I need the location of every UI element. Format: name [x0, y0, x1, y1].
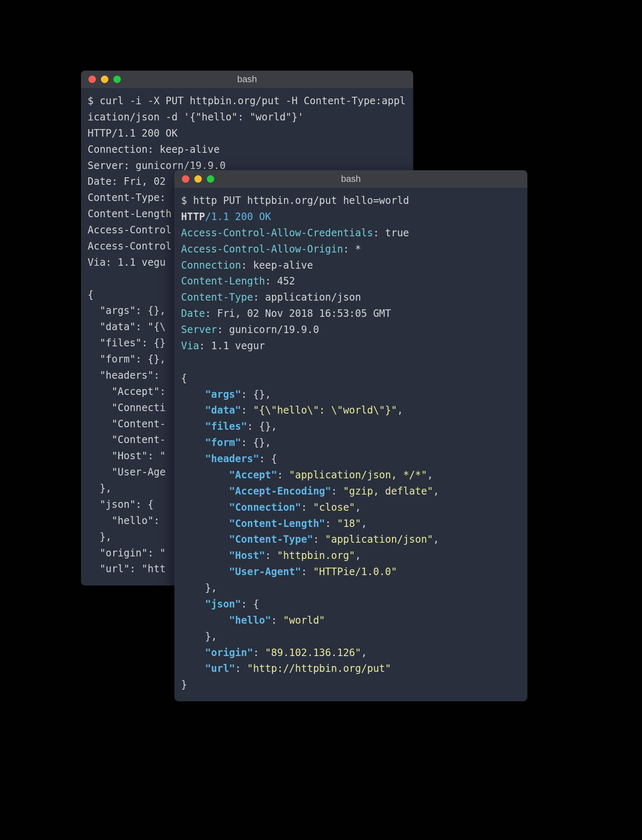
json-key: "hello" [229, 615, 271, 626]
json-val: "close" [313, 502, 355, 513]
json-key: "Accept" [229, 469, 277, 481]
terminal-window-front: bash $ http PUT httpbin.org/put hello=wo… [174, 170, 527, 701]
terminal-output[interactable]: $ http PUT httpbin.org/put hello=world H… [174, 188, 527, 701]
titlebar: bash [81, 71, 413, 88]
json-val: {} [253, 389, 265, 400]
titlebar: bash [174, 170, 527, 188]
json-key: "form" [205, 437, 241, 448]
json-val: "gzip, deflate" [343, 485, 433, 497]
prompt: $ [88, 95, 93, 107]
minimize-icon[interactable] [101, 76, 108, 83]
window-title: bash [81, 74, 413, 85]
json-key: "Connection" [229, 502, 301, 513]
json-val: "18" [337, 518, 361, 529]
json-val: "application/json, */*" [289, 469, 427, 481]
json-key: "Host" [229, 550, 265, 561]
json-key: "files" [205, 421, 247, 432]
command-text: curl -i -X PUT httpbin.org/put -H Conten… [88, 95, 406, 123]
prompt: $ [181, 195, 187, 206]
colon: : [241, 389, 253, 400]
json-key: "data" [205, 404, 241, 416]
close-icon[interactable] [182, 175, 189, 183]
brace: } [181, 679, 187, 691]
json-val: {} [259, 421, 271, 432]
json-val: "world" [283, 615, 325, 626]
json-val: "89.102.136.126" [265, 647, 361, 659]
json-key: "json" [205, 598, 241, 610]
json-val: "application/json" [325, 534, 433, 545]
json-key: "origin" [205, 647, 253, 659]
json-val: "http://httpbin.org/put" [247, 663, 391, 674]
json-key: "Content-Length" [229, 518, 325, 529]
json-val: "{\"hello\": \"world\"}" [253, 404, 397, 416]
json-val: "HTTPie/1.0.0" [313, 566, 397, 578]
json-key: "User-Agent" [229, 566, 301, 578]
maximize-icon[interactable] [113, 76, 121, 83]
json-val: {} [253, 437, 265, 448]
json-key: "headers" [205, 453, 259, 465]
response-headers: Access-Control-Allow-Credentials: true A… [181, 227, 409, 352]
json-key: "Content-Type" [229, 534, 313, 545]
maximize-icon[interactable] [207, 175, 214, 183]
traffic-lights [182, 175, 214, 183]
json-val: "httpbin.org" [277, 550, 355, 561]
command-text: http PUT httpbin.org/put hello=world [193, 195, 409, 206]
brace: { [181, 372, 187, 384]
window-title: bash [174, 174, 527, 184]
json-key: "Accept-Encoding" [229, 485, 331, 497]
json-key: "args" [205, 389, 241, 400]
minimize-icon[interactable] [194, 175, 202, 183]
json-key: "url" [205, 663, 235, 674]
close-icon[interactable] [88, 76, 96, 83]
status-proto: HTTP [181, 211, 205, 223]
status-line: /1.1 200 OK [205, 211, 271, 223]
traffic-lights [88, 76, 121, 83]
